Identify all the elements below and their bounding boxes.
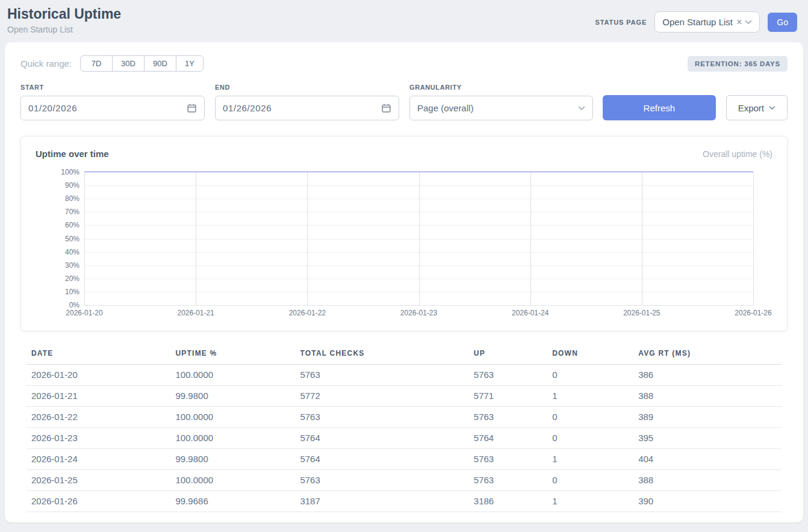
table-cell: 390	[633, 491, 782, 512]
table-row: 2026-01-23100.0000576457640395	[26, 428, 782, 449]
table-cell: 3187	[295, 491, 468, 512]
x-tick-label: 2026-01-22	[289, 309, 326, 317]
start-date-input[interactable]: 01/20/2026	[20, 96, 205, 120]
v-gridline	[84, 172, 85, 305]
clear-selection-icon[interactable]: ×	[736, 17, 742, 27]
table-cell: 2026-01-24	[26, 449, 171, 470]
retention-badge: RETENTION: 365 DAYS	[688, 56, 788, 72]
table-cell: 100.0000	[171, 470, 296, 491]
quick-range-1y[interactable]: 1Y	[176, 55, 204, 72]
v-gridline	[307, 172, 308, 305]
table-row: 2026-01-20100.0000576357630386	[26, 365, 782, 386]
table-cell: 2026-01-25	[26, 470, 171, 491]
table-cell: 100.0000	[171, 365, 296, 386]
table-cell: 404	[633, 449, 782, 470]
table-row: 2026-01-22100.0000576357630389	[26, 407, 782, 428]
export-button-label: Export	[738, 103, 764, 113]
quick-range-label: Quick range:	[20, 58, 72, 69]
granularity-field-group: GRANULARITY Page (overall)	[409, 84, 593, 120]
table-cell: 5764	[295, 449, 468, 470]
y-tick-label: 30%	[65, 261, 79, 270]
start-date-label: START	[20, 84, 205, 91]
chart-title: Uptime over time	[36, 149, 109, 159]
table-column-header: AVG RT (MS)	[633, 345, 782, 365]
v-gridline	[642, 172, 642, 305]
table-cell: 99.9800	[171, 386, 296, 407]
end-date-value: 01/26/2026	[223, 103, 272, 113]
filters-row: START 01/20/2026 END 01/26/2026	[20, 84, 788, 120]
start-date-value: 01/20/2026	[28, 103, 77, 113]
table-row: 2026-01-2499.9800576457631404	[26, 449, 782, 470]
table-row: 2026-01-2699.9686318731861390	[26, 491, 782, 512]
status-page-select[interactable]: Open Startup List ×	[654, 11, 760, 32]
page-title: Historical Uptime	[7, 6, 121, 23]
table-cell: 5763	[469, 470, 547, 491]
v-gridline	[753, 172, 754, 305]
uptime-table-body: 2026-01-20100.00005763576303862026-01-21…	[26, 365, 782, 512]
granularity-select[interactable]: Page (overall)	[409, 96, 593, 120]
y-tick-label: 10%	[65, 288, 79, 296]
calendar-icon[interactable]	[381, 103, 391, 113]
uptime-chart-card: Uptime over time Overall uptime (%) 0%10…	[20, 136, 788, 331]
calendar-icon[interactable]	[187, 103, 197, 113]
table-cell: 0	[547, 407, 633, 428]
table-cell: 0	[547, 365, 633, 386]
table-cell: 2026-01-20	[26, 365, 171, 386]
table-cell: 0	[547, 470, 633, 491]
table-cell: 5771	[469, 386, 547, 407]
quick-range-30d[interactable]: 30D	[112, 55, 145, 72]
table-cell: 99.9686	[171, 491, 296, 512]
v-gridline	[196, 172, 196, 305]
header-right: STATUS PAGE Open Startup List × Go	[595, 11, 797, 32]
table-cell: 5763	[295, 365, 468, 386]
y-tick-label: 0%	[69, 301, 79, 309]
page-subtitle: Open Startup List	[7, 25, 121, 34]
table-column-header: DATE	[26, 345, 171, 365]
chart-y-axis: 0%10%20%30%40%50%60%70%80%90%100%	[57, 172, 79, 305]
chevron-down-icon	[745, 20, 752, 25]
table-cell: 3186	[469, 491, 547, 512]
table-column-header: UP	[469, 345, 547, 365]
table-cell: 1	[547, 386, 633, 407]
refresh-button[interactable]: Refresh	[603, 95, 716, 120]
table-cell: 0	[547, 428, 633, 449]
table-cell: 5763	[469, 365, 547, 386]
table-header-row: DATEUPTIME %TOTAL CHECKSUPDOWNAVG RT (MS…	[26, 345, 782, 365]
x-tick-label: 2026-01-26	[735, 309, 771, 317]
table-cell: 5763	[295, 470, 468, 491]
y-tick-label: 20%	[65, 274, 79, 283]
table-cell: 99.9800	[171, 449, 296, 470]
end-date-input[interactable]: 01/26/2026	[215, 96, 399, 120]
h-gridline	[84, 305, 753, 306]
table-cell: 389	[633, 407, 782, 428]
v-gridline	[419, 172, 420, 305]
y-tick-label: 50%	[65, 235, 79, 243]
y-tick-label: 70%	[65, 208, 79, 216]
end-date-label: END	[215, 84, 399, 91]
table-cell: 100.0000	[171, 407, 296, 428]
y-tick-label: 80%	[65, 194, 79, 203]
chevron-down-icon	[769, 106, 775, 110]
chevron-down-icon	[578, 106, 585, 111]
quick-range-90d[interactable]: 90D	[144, 55, 176, 72]
table-cell: 1	[547, 449, 633, 470]
x-tick-label: 2026-01-25	[623, 309, 660, 317]
table-cell: 5763	[469, 407, 547, 428]
table-cell: 2026-01-26	[26, 491, 171, 512]
chart-header: Uptime over time Overall uptime (%)	[36, 149, 772, 159]
page-header: Historical Uptime Open Startup List STAT…	[0, 0, 808, 42]
table-cell: 1	[547, 491, 633, 512]
quick-range-group: 7D30D90D1Y	[80, 55, 204, 72]
quick-range-7d[interactable]: 7D	[80, 55, 113, 72]
export-button[interactable]: Export	[726, 95, 788, 120]
y-tick-label: 60%	[65, 221, 79, 229]
uptime-table-wrap: DATEUPTIME %TOTAL CHECKSUPDOWNAVG RT (MS…	[26, 345, 782, 512]
y-tick-label: 90%	[65, 181, 79, 190]
table-cell: 386	[633, 365, 782, 386]
table-column-header: UPTIME %	[171, 345, 296, 365]
main-panel: Quick range: 7D30D90D1Y RETENTION: 365 D…	[5, 42, 803, 522]
chart-legend: Overall uptime (%)	[703, 149, 772, 159]
table-cell: 388	[633, 470, 782, 491]
go-button[interactable]: Go	[768, 13, 797, 32]
quick-range-row: Quick range: 7D30D90D1Y RETENTION: 365 D…	[20, 55, 788, 72]
